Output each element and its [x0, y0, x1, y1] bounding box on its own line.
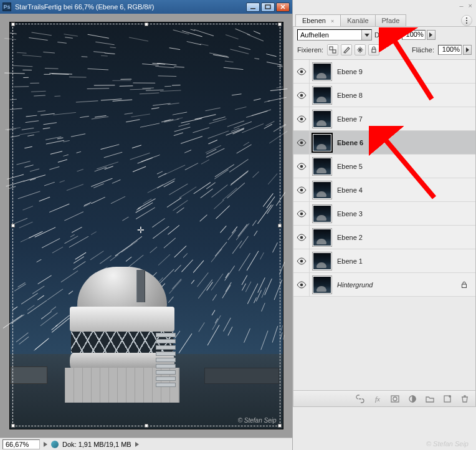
lock-position-icon[interactable]: [355, 44, 366, 55]
document-size-label: Dok: 1,91 MB/19,1 MB: [62, 441, 131, 448]
status-flyout-icon[interactable]: [135, 442, 139, 447]
layer-thumbnail[interactable]: [312, 252, 332, 270]
lock-pixels-icon[interactable]: [341, 44, 352, 55]
layer-name-label[interactable]: Ebene 8: [337, 92, 363, 99]
layer-thumbnail[interactable]: [312, 181, 332, 199]
layer-name-label[interactable]: Ebene 5: [337, 163, 363, 170]
layer-row[interactable]: Ebene 1: [293, 249, 475, 273]
handle-mid-left[interactable]: [11, 224, 15, 227]
svg-rect-0: [250, 8, 255, 9]
status-info-icon[interactable]: [51, 441, 59, 448]
layer-fx-icon[interactable]: fx: [372, 393, 383, 405]
layer-thumbnail[interactable]: [312, 110, 332, 128]
palette-system-buttons: – ×: [293, 0, 476, 11]
svg-point-8: [300, 141, 303, 144]
layer-row[interactable]: Ebene 9: [293, 60, 475, 84]
visibility-toggle-icon[interactable]: [293, 84, 310, 107]
layer-thumbnail[interactable]: [312, 133, 332, 152]
adjustment-layer-icon[interactable]: [407, 393, 418, 405]
visibility-toggle-icon[interactable]: [293, 226, 310, 249]
handle-mid-right[interactable]: [278, 224, 282, 227]
visibility-toggle-icon[interactable]: [293, 202, 310, 225]
layer-thumbnail[interactable]: [312, 275, 332, 294]
opacity-flyout-icon[interactable]: [427, 30, 436, 40]
layer-name-label[interactable]: Ebene 6: [337, 139, 363, 146]
handle-top-right[interactable]: [278, 22, 282, 26]
lock-all-icon[interactable]: [368, 44, 379, 55]
titlebar[interactable]: Ps StarTrailsFertig bei 66,7% (Ebene 6, …: [0, 0, 292, 14]
link-layers-icon[interactable]: [355, 393, 366, 405]
visibility-toggle-icon[interactable]: [293, 107, 310, 130]
layer-name-label[interactable]: Ebene 4: [337, 186, 363, 194]
zoom-flyout-icon[interactable]: [44, 442, 47, 447]
layer-thumbnail[interactable]: [312, 228, 332, 247]
layers-list[interactable]: Ebene 9Ebene 8Ebene 7Ebene 6Ebene 5Ebene…: [293, 60, 475, 390]
layer-row[interactable]: Ebene 4: [293, 178, 475, 202]
visibility-toggle-icon[interactable]: [293, 131, 310, 154]
layer-mask-icon[interactable]: [389, 393, 401, 405]
layer-name-label[interactable]: Ebene 3: [337, 210, 363, 218]
handle-bottom-center[interactable]: [145, 424, 148, 428]
layer-row[interactable]: Ebene 3: [293, 202, 475, 226]
tab-layers-label: Ebenen: [302, 17, 326, 24]
svg-point-6: [300, 93, 303, 97]
palette-close-icon[interactable]: ×: [469, 2, 472, 9]
scene-outbuilding-right: [204, 368, 279, 384]
layer-thumbnail[interactable]: [312, 86, 332, 105]
document-canvas[interactable]: © Stefan Seip ✛: [9, 22, 283, 429]
transform-center-crosshair[interactable]: ✛: [137, 225, 145, 235]
zoom-level-input[interactable]: 66,67%: [2, 439, 40, 449]
visibility-toggle-icon[interactable]: [293, 273, 310, 296]
visibility-toggle-icon[interactable]: [293, 60, 310, 83]
page-credit: © Stefan Seip: [426, 440, 469, 448]
chevron-down-icon[interactable]: [361, 30, 371, 40]
layer-row[interactable]: Hintergrund: [293, 273, 475, 297]
layer-row[interactable]: Ebene 8: [293, 84, 475, 107]
delete-layer-icon[interactable]: [459, 393, 470, 405]
panel-menu-button[interactable]: [461, 15, 472, 26]
layers-footer: fx: [293, 390, 475, 406]
opacity-input[interactable]: 100%: [402, 30, 436, 40]
layer-name-label[interactable]: Ebene 1: [337, 257, 363, 265]
document-scroll-area[interactable]: © Stefan Seip ✛: [0, 14, 292, 438]
layer-row[interactable]: Ebene 6: [293, 131, 475, 155]
fill-input[interactable]: 100%: [438, 45, 472, 55]
handle-bottom-left[interactable]: [11, 424, 15, 428]
tab-paths[interactable]: Pfade: [375, 14, 407, 26]
blend-mode-value: Aufhellen: [298, 31, 361, 39]
handle-bottom-right[interactable]: [278, 424, 282, 428]
lock-transparency-icon[interactable]: [327, 44, 338, 55]
app-icon: Ps: [2, 2, 11, 11]
layer-thumbnail[interactable]: [312, 157, 332, 176]
document-window: Ps StarTrailsFertig bei 66,7% (Ebene 6, …: [0, 0, 293, 450]
svg-rect-4: [372, 49, 376, 52]
visibility-toggle-icon[interactable]: [293, 249, 310, 272]
minimize-button[interactable]: [246, 2, 260, 12]
close-button[interactable]: [276, 2, 290, 12]
layer-name-label[interactable]: Ebene 9: [337, 68, 363, 75]
layer-name-label[interactable]: Ebene 7: [337, 115, 363, 123]
fill-flyout-icon[interactable]: [463, 45, 472, 55]
group-layers-icon[interactable]: [424, 393, 436, 405]
visibility-toggle-icon[interactable]: [293, 178, 310, 201]
tab-channels[interactable]: Kanäle: [340, 14, 375, 26]
layer-row[interactable]: Ebene 5: [293, 155, 475, 178]
opacity-value[interactable]: 100%: [402, 30, 426, 40]
new-layer-icon[interactable]: [442, 393, 453, 405]
layer-row[interactable]: Ebene 2: [293, 226, 475, 249]
visibility-toggle-icon[interactable]: [293, 155, 310, 178]
handle-top-center[interactable]: [145, 22, 148, 26]
palette-minimize-icon[interactable]: –: [459, 2, 463, 9]
maximize-button[interactable]: [261, 2, 275, 12]
fill-value[interactable]: 100%: [438, 45, 462, 55]
handle-top-left[interactable]: [11, 22, 15, 26]
layer-name-label[interactable]: Hintergrund: [337, 281, 373, 289]
layer-thumbnail[interactable]: [312, 62, 332, 81]
blend-mode-dropdown[interactable]: Aufhellen: [297, 29, 372, 41]
tab-close-icon[interactable]: ×: [331, 18, 334, 24]
tab-layers[interactable]: Ebenen ×: [295, 14, 341, 26]
opacity-label: Deckkr.:: [374, 31, 399, 39]
layer-thumbnail[interactable]: [312, 204, 332, 223]
layer-row[interactable]: Ebene 7: [293, 107, 475, 131]
layer-name-label[interactable]: Ebene 2: [337, 234, 363, 241]
